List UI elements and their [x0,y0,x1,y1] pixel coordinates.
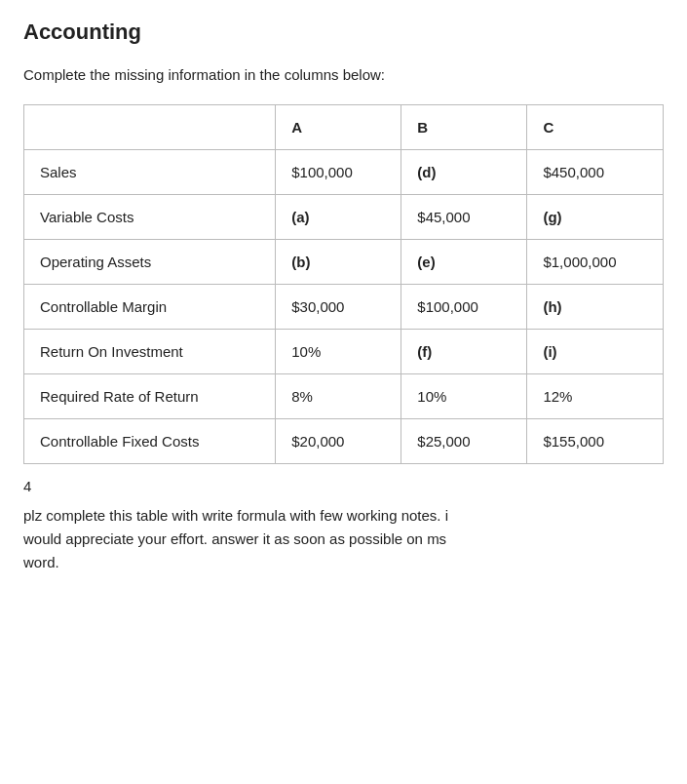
row-col-a: (a) [276,194,401,239]
row-label: Operating Assets [24,239,276,284]
footnote: 4 [23,478,664,494]
header-col-b: B [401,104,527,149]
row-col-b: (d) [401,149,527,194]
row-col-b: $100,000 [401,284,527,329]
row-label: Sales [24,149,276,194]
row-col-c: (g) [527,194,664,239]
row-label: Controllable Margin [24,284,276,329]
row-col-c: 12% [527,373,664,418]
header-col-a: A [276,104,401,149]
row-col-b: (f) [401,329,527,373]
row-col-a: 8% [276,373,401,418]
accounting-table: A B C Sales$100,000(d)$450,000Variable C… [23,104,664,464]
header-label-col [24,104,276,149]
row-label: Variable Costs [24,194,276,239]
row-label: Required Rate of Return [24,373,276,418]
row-col-c: $450,000 [527,149,664,194]
instructions-text: Complete the missing information in the … [23,64,664,87]
row-label: Return On Investment [24,329,276,373]
page-title: Accounting [23,20,664,45]
table-row: Return On Investment10%(f)(i) [24,329,664,373]
table-row: Sales$100,000(d)$450,000 [24,149,664,194]
row-col-a: 10% [276,329,401,373]
table-row: Operating Assets(b)(e)$1,000,000 [24,239,664,284]
row-col-c: (h) [527,284,664,329]
row-col-a: $20,000 [276,418,401,463]
row-col-b: 10% [401,373,527,418]
row-col-c: $155,000 [527,418,664,463]
row-col-b: $45,000 [401,194,527,239]
table-row: Variable Costs(a)$45,000(g) [24,194,664,239]
table-row: Controllable Margin$30,000$100,000(h) [24,284,664,329]
row-col-a: (b) [276,239,401,284]
table-row: Required Rate of Return8%10%12% [24,373,664,418]
row-col-c: $1,000,000 [527,239,664,284]
row-col-b: (e) [401,239,527,284]
header-col-c: C [527,104,664,149]
row-col-b: $25,000 [401,418,527,463]
row-label: Controllable Fixed Costs [24,418,276,463]
request-text: plz complete this table with write formu… [23,504,452,574]
row-col-c: (i) [527,329,664,373]
row-col-a: $100,000 [276,149,401,194]
row-col-a: $30,000 [276,284,401,329]
table-row: Controllable Fixed Costs$20,000$25,000$1… [24,418,664,463]
